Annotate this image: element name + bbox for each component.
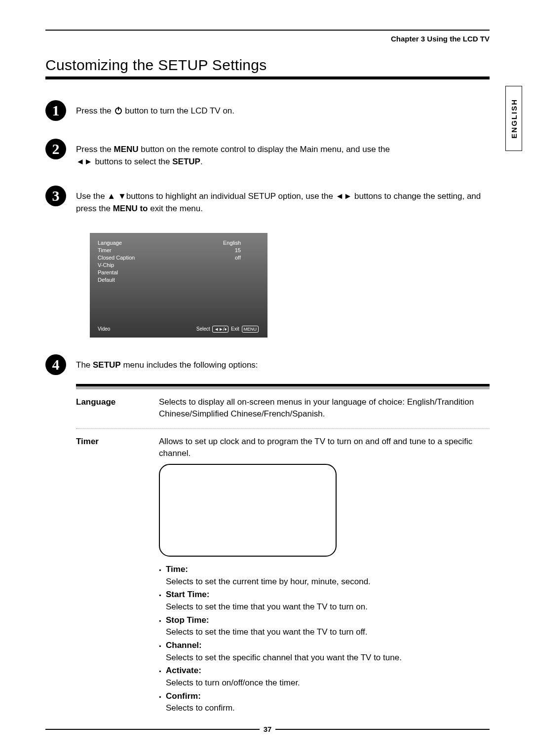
osd-value: off	[182, 255, 241, 261]
t: Press the	[76, 145, 114, 154]
step-number-2: 2	[45, 139, 66, 159]
osd-select-label: Select	[196, 326, 210, 332]
sub-title: Stop Time:	[166, 614, 209, 627]
osd-label: Timer	[98, 247, 182, 253]
t: buttons to highlight an individual SETUP…	[126, 191, 336, 201]
down-arrow-icon: ▼	[118, 191, 126, 201]
t: button on the remote control to display …	[139, 145, 390, 154]
left-arrow-icon: ◄	[336, 191, 344, 201]
step-1-body: Press the button to turn the LCD TV on.	[76, 100, 234, 117]
power-icon	[114, 106, 123, 115]
top-rule	[45, 30, 490, 31]
osd-label: Default	[98, 277, 182, 283]
timer-sub-activate: ▪Activate: Selects to turn on/off/once t…	[159, 665, 490, 689]
page-title: Customizing the SETUP Settings	[45, 57, 490, 74]
osd-label: Closed Caption	[98, 255, 182, 261]
sub-body: Selects to set the time that you want th…	[166, 601, 490, 613]
step-3-body: Use the ▲ ▼buttons to highlight an indiv…	[76, 186, 490, 215]
osd-row-cc: Closed Caption off	[98, 255, 260, 261]
sub-title: Channel:	[166, 640, 202, 652]
timer-sub-channel: ▪Channel: Selects to set the specific ch…	[159, 640, 490, 664]
sub-body: Selects to set the current time by hour,…	[166, 576, 490, 588]
osd-row-timer: Timer 15	[98, 247, 260, 253]
page-content: Chapter 3 Using the LCD TV Customizing t…	[45, 30, 490, 723]
timer-sub-list: ▪Time: Selects to set the current time b…	[159, 564, 490, 715]
bullet-icon: ▪	[159, 615, 166, 626]
menu-word: MENU	[114, 145, 139, 154]
step-1-post: button to turn the LCD TV on.	[123, 106, 235, 115]
option-desc-timer: Allows to set up clock and to program th…	[159, 436, 490, 716]
osd-label: Language	[98, 240, 182, 246]
timer-sub-start: ▪Start Time: Selects to set the time tha…	[159, 589, 490, 613]
t: menu includes the following options:	[121, 360, 258, 370]
bullet-icon: ▪	[159, 641, 166, 651]
t: buttons to select the	[93, 157, 173, 166]
timer-intro-text: Allows to set up clock and to program th…	[159, 436, 490, 460]
osd-arrow-box: ◄►/♦	[212, 326, 228, 333]
right-arrow-icon: ►	[344, 191, 352, 201]
timer-sub-screenshot	[159, 464, 337, 557]
osd-row-language: Language English	[98, 240, 260, 246]
step-number-3: 3	[45, 186, 66, 206]
bullet-icon: ▪	[159, 565, 166, 575]
step-4-body: The SETUP menu includes the following op…	[76, 354, 258, 372]
page-number: 37	[260, 725, 276, 733]
sub-title: Start Time:	[166, 589, 210, 601]
right-arrow-icon: ►	[84, 157, 93, 166]
osd-value: English	[182, 240, 241, 246]
bullet-icon: ▪	[159, 666, 166, 677]
step-3: 3 Use the ▲ ▼buttons to highlight an ind…	[45, 186, 490, 215]
osd-row-default: Default	[98, 277, 260, 283]
timer-sub-confirm: ▪Confirm: Selects to confirm.	[159, 690, 490, 715]
option-desc: Selects to display all on-screen menus i…	[159, 396, 490, 420]
sub-body: Selects to set the specific channel that…	[166, 652, 490, 664]
options-table: Language Selects to display all on-scree…	[76, 384, 490, 723]
up-arrow-icon: ▲	[107, 191, 115, 201]
step-number-4: 4	[45, 354, 66, 375]
option-row-timer: Timer Allows to set up clock and to prog…	[76, 429, 490, 723]
setup-word: SETUP	[172, 157, 200, 166]
step-2: 2 Press the MENU button on the remote co…	[45, 139, 490, 168]
option-term: Language	[76, 396, 159, 420]
sub-body: Selects to set the time that you want th…	[166, 626, 490, 639]
step-4: 4 The SETUP menu includes the following …	[45, 354, 490, 375]
language-tab-label: ENGLISH	[510, 99, 518, 139]
option-term: Timer	[76, 436, 159, 716]
osd-footer: Video Select ◄►/♦ Exit MENU	[98, 326, 260, 333]
osd-label: Parental	[98, 269, 182, 275]
step-number-1: 1	[45, 100, 66, 121]
osd-value	[182, 269, 241, 275]
title-rule	[45, 76, 490, 79]
sub-title: Time:	[166, 564, 188, 576]
sub-title: Activate:	[166, 665, 201, 677]
osd-exit-label: Exit	[231, 326, 239, 332]
language-tab: ENGLISH	[505, 86, 522, 151]
left-arrow-icon: ◄	[76, 157, 84, 166]
bullet-icon: ▪	[159, 590, 166, 601]
step-1: 1 Press the button to turn the LCD TV on…	[45, 100, 490, 121]
osd-hints: Select ◄►/♦ Exit MENU	[196, 326, 260, 333]
sub-title: Confirm:	[166, 690, 201, 703]
setup-word: SETUP	[93, 360, 121, 370]
t: .	[200, 157, 203, 166]
chapter-label: Chapter 3 Using the LCD TV	[45, 35, 490, 43]
t: The	[76, 360, 93, 370]
t: exit the menu.	[148, 204, 203, 213]
osd-value	[182, 262, 241, 268]
osd-row-vchip: V-Chip	[98, 262, 260, 268]
osd-row-parental: Parental	[98, 269, 260, 275]
osd-value	[182, 277, 241, 283]
osd-screenshot: Language English Timer 15 Closed Caption…	[90, 233, 267, 338]
page-number-bar: 37	[45, 725, 490, 733]
menu-to-word: MENU to	[113, 204, 148, 213]
osd-value: 15	[182, 247, 241, 253]
timer-sub-stop: ▪Stop Time: Selects to set the time that…	[159, 614, 490, 639]
osd-label: V-Chip	[98, 262, 182, 268]
osd-menu-box: MENU	[242, 326, 259, 333]
timer-sub-time: ▪Time: Selects to set the current time b…	[159, 564, 490, 588]
option-row-language: Language Selects to display all on-scree…	[76, 389, 490, 428]
sub-body: Selects to confirm.	[166, 702, 490, 715]
step-2-body: Press the MENU button on the remote cont…	[76, 139, 390, 168]
osd-source-label: Video	[98, 326, 110, 332]
t: Use the	[76, 191, 107, 201]
